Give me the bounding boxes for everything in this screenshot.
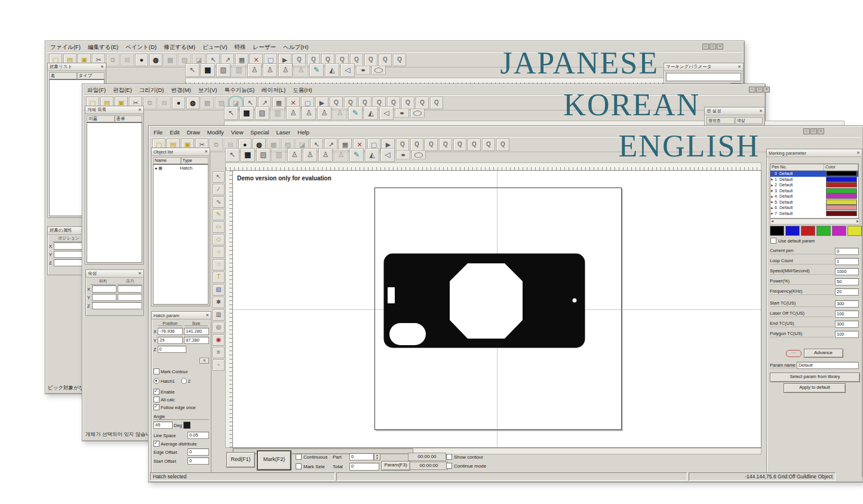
maximize-button[interactable]: □	[810, 128, 817, 134]
toolbar-icon[interactable]: ◭	[364, 106, 378, 120]
advance-button[interactable]: Advance	[804, 349, 843, 358]
toolbar-icon[interactable]: Q	[468, 139, 481, 151]
menu-item[interactable]: Draw	[183, 129, 204, 136]
toolbar-icon[interactable]: ♙	[294, 63, 308, 77]
draw-tool-icon[interactable]: ↖	[213, 171, 225, 183]
toolbar-icon[interactable]: ♙	[263, 63, 277, 77]
toolbar-icon[interactable]: ♙	[286, 106, 300, 120]
close-button[interactable]: ×	[717, 44, 723, 50]
param-input[interactable]: 20	[835, 288, 859, 296]
menu-item[interactable]: 보기(V)	[195, 87, 221, 94]
mark-contour-checkbox[interactable]	[153, 368, 159, 374]
column-name[interactable]: 이름	[87, 115, 115, 122]
param-input[interactable]: 1000	[835, 268, 859, 275]
menu-item[interactable]: Edit	[166, 129, 183, 136]
menu-item[interactable]: Modify	[204, 129, 228, 136]
toolbar-icon[interactable]: ◍	[186, 97, 199, 109]
continuous-checkbox[interactable]	[296, 454, 302, 460]
more-options-button[interactable]: ≡	[199, 358, 209, 364]
toolbar-icon[interactable]: ♙	[247, 63, 262, 77]
draw-tool-icon[interactable]: ▥	[213, 309, 225, 321]
menu-item[interactable]: レーザー	[250, 44, 280, 51]
toolbar-icon[interactable]: ▥	[272, 148, 286, 162]
toolbar-icon[interactable]: ♙	[303, 148, 317, 162]
toolbar-icon[interactable]: ♙	[333, 106, 347, 120]
draw-tool-icon[interactable]: ▧	[213, 284, 225, 296]
hatch2-radio[interactable]	[181, 378, 187, 384]
toolbar-icon[interactable]: ▨	[216, 63, 231, 77]
panel-close-icon[interactable]: ✕	[138, 107, 142, 112]
follow-edge-checkbox[interactable]	[153, 404, 159, 410]
toolbar-icon[interactable]: Q	[430, 97, 443, 109]
toolbar-icon[interactable]: ●	[356, 66, 370, 74]
stepper-arrows-icon[interactable]: ▲▼	[374, 453, 380, 460]
toolbar-icon[interactable]: ✎	[349, 148, 364, 162]
draw-tool-icon[interactable]: ✎	[213, 209, 225, 220]
y-input[interactable]	[54, 251, 85, 258]
menu-item[interactable]: Help	[294, 129, 313, 136]
close-button[interactable]: ×	[818, 128, 824, 134]
menu-item[interactable]: 그리기(D)	[136, 87, 168, 94]
toolbar-icon[interactable]: Q	[393, 54, 406, 66]
param-input[interactable]: 1	[835, 258, 859, 265]
toolbar-icon[interactable]: ♙	[287, 148, 302, 162]
toolbar-icon[interactable]: ▩	[239, 106, 254, 120]
menu-item[interactable]: 修正する(M)	[160, 44, 199, 51]
draw-tool-icon[interactable]: ≡	[213, 347, 225, 358]
menu-item[interactable]: 변경(M)	[168, 87, 195, 94]
toolbar-icon[interactable]: ✎	[348, 106, 363, 120]
toolbar-icon[interactable]: Q	[425, 139, 438, 151]
toolbar-icon[interactable]: ⊟	[121, 54, 134, 66]
draw-tool-icon[interactable]: ◉	[213, 334, 225, 346]
toolbar-icon[interactable]: ◯	[411, 150, 426, 159]
toolbar-icon[interactable]: ♙	[302, 106, 316, 120]
menu-item[interactable]: 파일(F)	[84, 87, 109, 94]
all-calc-checkbox[interactable]	[153, 397, 159, 402]
toolbar-icon[interactable]: ●	[172, 97, 185, 109]
toolbar-icon[interactable]: ▨	[255, 106, 269, 120]
toolbar-icon[interactable]: ♙	[318, 148, 333, 162]
object-list[interactable]	[87, 122, 142, 263]
minimize-button[interactable]: −	[749, 87, 755, 93]
menu-item[interactable]: ヘルプ(H)	[280, 44, 312, 51]
panel-close-icon[interactable]: ✕	[856, 150, 860, 155]
toolbar-icon[interactable]: Q	[496, 139, 509, 151]
color-swatch[interactable]	[816, 226, 831, 236]
part-input[interactable]: 0	[349, 453, 374, 460]
toolbar-icon[interactable]: ↖	[185, 63, 199, 77]
menu-item[interactable]: ファイル(F)	[47, 44, 84, 51]
angle-input[interactable]: 45	[153, 422, 173, 429]
toolbar-icon[interactable]: ▩	[201, 63, 215, 77]
toolbar-icon[interactable]: Q	[453, 139, 466, 151]
color-swatch[interactable]	[832, 226, 846, 236]
column-name[interactable]: 名	[49, 72, 77, 79]
menu-item[interactable]: 特殊	[231, 44, 250, 51]
toolbar-icon[interactable]: ⧉	[143, 97, 156, 109]
angle-picker-button[interactable]	[183, 422, 191, 429]
panel-close-icon[interactable]: ✕	[205, 313, 209, 318]
z-position-input[interactable]: 0	[158, 346, 186, 353]
toolbar-icon[interactable]: ◁	[379, 106, 394, 120]
y-size-input[interactable]: 87.280	[184, 337, 209, 344]
menu-item[interactable]: 특수기능(S)	[220, 87, 258, 94]
draw-tool-icon[interactable]: T	[213, 272, 225, 283]
toolbar-icon[interactable]: ◁	[340, 63, 355, 77]
maximize-button[interactable]: □	[710, 44, 716, 50]
toolbar-icon[interactable]: ●	[135, 54, 148, 66]
param-input[interactable]: 300	[835, 321, 859, 328]
panel-close-icon[interactable]: ✕	[204, 149, 208, 154]
toolbar-icon[interactable]: ▥	[271, 106, 285, 120]
draw-tool-icon[interactable]: ☆	[213, 259, 225, 271]
draw-tool-icon[interactable]: ∿	[213, 196, 225, 208]
toolbar-icon[interactable]: ▩	[164, 54, 177, 66]
x-size-input[interactable]	[118, 285, 142, 293]
draw-tool-icon[interactable]: ○	[213, 247, 225, 258]
phone-case-shape[interactable]	[383, 253, 585, 348]
pen-row[interactable]: ▶ 4 Default	[770, 193, 858, 199]
minimize-button[interactable]: −	[803, 128, 810, 134]
mark-button[interactable]: Mark(F2)	[257, 450, 291, 471]
panel-close-icon[interactable]: ✕	[100, 64, 104, 69]
toolbar-icon[interactable]: ●	[396, 150, 410, 159]
toolbar-icon[interactable]: ◯	[371, 66, 386, 74]
toolbar-icon[interactable]: ▩	[201, 97, 214, 109]
